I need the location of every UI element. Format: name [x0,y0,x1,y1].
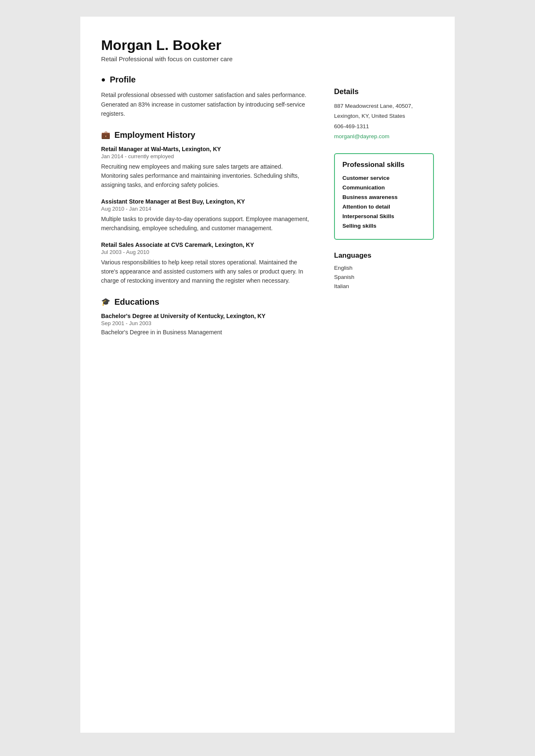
skill-item-3: Business awareness [342,194,426,200]
job-dates-2: Aug 2010 - Jan 2014 [101,206,309,212]
education-section: 🎓 Educations Bachelor's Degree at Univer… [101,297,309,336]
skills-title: Professional skills [342,161,426,169]
job-desc-3: Various responsibilities to help keep re… [101,258,309,286]
job-entry-1: Retail Manager at Wal-Marts, Lexington, … [101,146,309,190]
job-title-2: Assistant Store Manager at Best Buy, Lex… [101,198,309,205]
languages-section: Languages English Spanish Italian [334,251,434,289]
details-section: Details 887 Meadowcrest Lane, 40507, Lex… [334,87,434,142]
language-item-2: Spanish [334,274,434,280]
edu-title-1: Bachelor's Degree at University of Kentu… [101,313,309,319]
candidate-name: Morgan L. Booker [101,37,309,53]
skill-item-2: Communication [342,184,426,191]
resume-page: Morgan L. Booker Retail Professional wit… [80,17,455,733]
profile-section: ● Profile Retail professional obsessed w… [101,75,309,118]
job-desc-2: Multiple tasks to provide day-to-day ope… [101,214,309,233]
language-item-3: Italian [334,283,434,289]
profile-icon: ● [101,75,106,84]
profile-text: Retail professional obsessed with custom… [101,90,309,118]
resume-header: Morgan L. Booker Retail Professional wit… [101,37,309,62]
job-dates-1: Jan 2014 - currently employed [101,153,309,159]
skill-item-6: Selling skills [342,223,426,229]
job-title-3: Retail Sales Associate at CVS Caremark, … [101,241,309,248]
language-item-1: English [334,265,434,271]
education-icon: 🎓 [101,297,110,306]
profile-title: ● Profile [101,75,309,85]
edu-dates-1: Sep 2001 - Jun 2003 [101,320,309,326]
details-email: morganl@dayrep.com [334,133,389,139]
education-title: 🎓 Educations [101,297,309,307]
job-entry-3: Retail Sales Associate at CVS Caremark, … [101,241,309,286]
skill-item-5: Interpersonal Skills [342,213,426,219]
edu-entry-1: Bachelor's Degree at University of Kentu… [101,313,309,336]
employment-title: 💼 Employment History [101,130,309,140]
right-column: Details 887 Meadowcrest Lane, 40507, Lex… [326,37,434,708]
left-column: Morgan L. Booker Retail Professional wit… [101,37,326,708]
job-dates-3: Jul 2003 - Aug 2010 [101,249,309,255]
job-title-1: Retail Manager at Wal-Marts, Lexington, … [101,146,309,152]
employment-section: 💼 Employment History Retail Manager at W… [101,130,309,286]
details-title: Details [334,87,434,96]
employment-icon: 💼 [101,130,110,139]
candidate-subtitle: Retail Professional with focus on custom… [101,55,309,62]
details-address: 887 Meadowcrest Lane, 40507, Lexington, … [334,101,434,142]
job-entry-2: Assistant Store Manager at Best Buy, Lex… [101,198,309,233]
skill-item-1: Customer service [342,175,426,181]
skill-item-4: Attention to detail [342,204,426,210]
skills-section: Professional skills Customer service Com… [334,153,434,240]
job-desc-1: Recruiting new employees and making sure… [101,162,309,190]
languages-title: Languages [334,251,434,260]
edu-desc-1: Bachelor's Degree in in Business Managem… [101,329,309,336]
